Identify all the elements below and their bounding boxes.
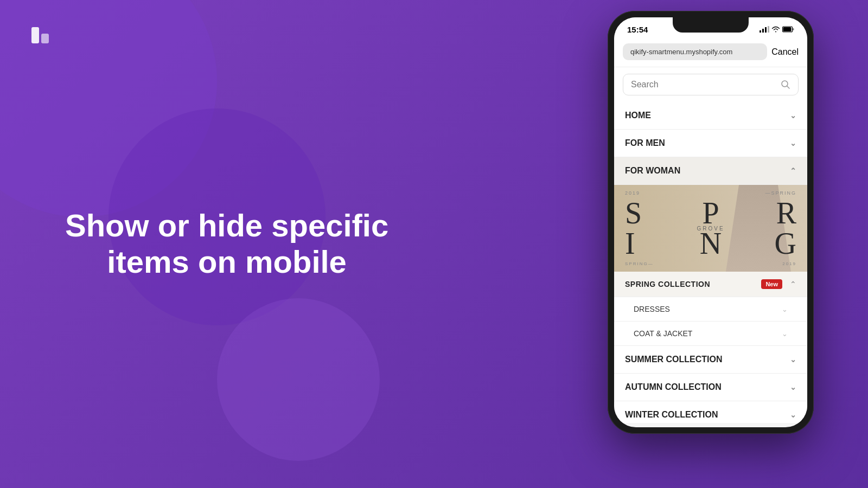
sub-menu-item-coat-jacket[interactable]: COAT & JACKET ⌄ (614, 322, 807, 346)
battery-icon (782, 26, 794, 33)
spring-image-bg: 2019 —SPRING GROVE SPRING— 2019 S P R I … (614, 185, 807, 272)
url-bar[interactable]: Cancel (614, 39, 807, 67)
search-bar[interactable] (623, 74, 799, 95)
svg-rect-8 (783, 27, 792, 31)
new-badge: New (761, 279, 782, 289)
cancel-button[interactable]: Cancel (771, 47, 799, 57)
search-icon (781, 80, 790, 89)
chevron-down-icon: ⌄ (790, 410, 796, 419)
search-input[interactable] (631, 80, 776, 89)
menu-item-autumn[interactable]: AUTUMN COLLECTION ⌄ (614, 374, 807, 401)
headline-line2: items on mobile (107, 244, 347, 279)
phone-mockup: 15:54 (608, 11, 814, 434)
winter-collection-label: WINTER COLLECTION (625, 410, 718, 420)
menu-item-for-men-label: FOR MEN (625, 138, 665, 148)
sub-menu-item-dresses[interactable]: DRESSES ⌄ (614, 297, 807, 322)
svg-rect-0 (31, 27, 39, 43)
spring-letters-grid: S P R I N G (614, 185, 807, 272)
spring-collection-label: SPRING COLLECTION (625, 280, 710, 288)
svg-rect-5 (768, 26, 769, 33)
phone-notch (673, 17, 749, 33)
svg-rect-3 (762, 29, 764, 33)
url-input[interactable] (623, 43, 767, 60)
logo-icon (27, 22, 54, 49)
summer-collection-label: SUMMER COLLECTION (625, 355, 723, 364)
menu-item-for-woman[interactable]: FOR WOMAN ⌃ (614, 157, 807, 185)
signal-icon (760, 26, 769, 33)
letter-p: P (682, 198, 739, 228)
wifi-icon (771, 26, 780, 33)
letter-n: N (682, 228, 739, 261)
chevron-down-icon: ⌄ (790, 111, 796, 120)
spring-row-right: New ⌃ (761, 279, 796, 289)
chevron-down-icon: ⌄ (782, 330, 788, 338)
letter-i: I (625, 228, 682, 261)
sub-item-coat-label: COAT & JACKET (634, 329, 692, 338)
status-icons (760, 26, 794, 33)
chevron-down-icon: ⌄ (790, 139, 796, 147)
menu-item-summer[interactable]: SUMMER COLLECTION ⌄ (614, 346, 807, 374)
spring-collection-chevron-up: ⌃ (790, 280, 796, 288)
svg-rect-4 (765, 27, 767, 33)
menu-item-winter[interactable]: WINTER COLLECTION ⌄ (614, 401, 807, 423)
svg-rect-2 (760, 30, 761, 33)
chevron-down-icon: ⌄ (782, 305, 788, 313)
svg-line-10 (787, 86, 790, 89)
logo (27, 22, 54, 49)
menu-item-home[interactable]: HOME ⌄ (614, 102, 807, 130)
menu-item-for-woman-label: FOR WOMAN (625, 166, 680, 176)
chevron-up-icon: ⌃ (790, 166, 796, 175)
phone-outer-frame: 15:54 (608, 11, 814, 434)
menu-item-home-label: HOME (625, 111, 651, 120)
letter-r: R (739, 198, 796, 228)
headline: Show or hide specific items on mobile (65, 208, 388, 280)
spring-collection-row[interactable]: SPRING COLLECTION New ⌃ (614, 272, 807, 297)
letter-s: S (625, 198, 682, 228)
blob-decoration-3 (217, 298, 380, 461)
phone-screen: 15:54 (614, 17, 807, 427)
letter-g: G (739, 228, 796, 261)
menu-item-for-men[interactable]: FOR MEN ⌄ (614, 130, 807, 157)
svg-rect-7 (793, 28, 794, 30)
headline-line1: Show or hide specific (65, 208, 388, 243)
autumn-collection-label: AUTUMN COLLECTION (625, 382, 722, 392)
phone-content: HOME ⌄ FOR MEN ⌄ FOR WOMAN ⌃ (614, 67, 807, 423)
status-time: 15:54 (627, 25, 648, 34)
spring-banner-image: 2019 —SPRING GROVE SPRING— 2019 S P R I … (614, 185, 807, 272)
chevron-down-icon: ⌄ (790, 355, 796, 364)
chevron-down-icon: ⌄ (790, 383, 796, 391)
svg-rect-1 (41, 34, 49, 43)
sub-item-dresses-label: DRESSES (634, 305, 670, 313)
